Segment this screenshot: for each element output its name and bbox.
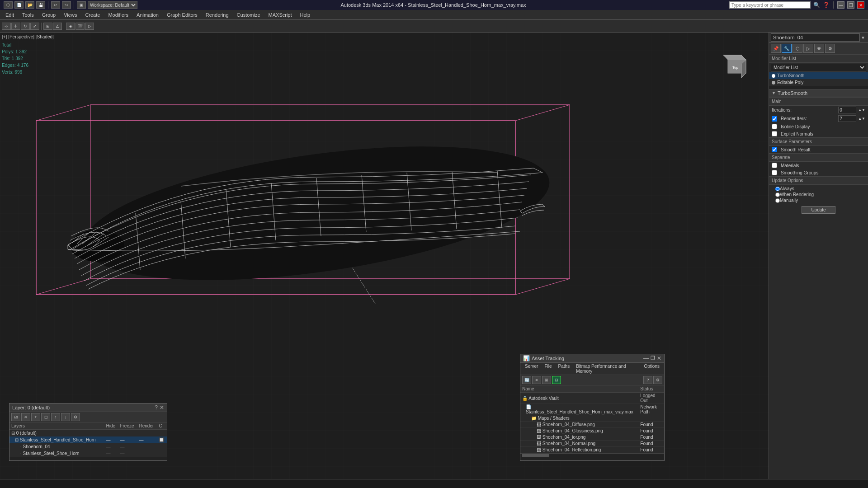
modifier-list-dropdown[interactable]: Modifier List xyxy=(771,64,866,71)
table-row[interactable]: ⊟ 0 (default) xyxy=(9,430,167,437)
close-button[interactable]: ✕ xyxy=(857,1,864,9)
menu-customize[interactable]: Customize xyxy=(233,11,264,19)
menu-edit[interactable]: Edit xyxy=(2,11,18,19)
restore-button[interactable]: ❐ xyxy=(847,1,854,9)
layers-new-button[interactable]: 🗂 xyxy=(11,413,20,421)
layers-close-button[interactable]: ✕ xyxy=(160,404,164,411)
asset-menu-bitmap[interactable]: Bitmap Performance and Memory xyxy=(573,363,640,374)
iterations-input[interactable] xyxy=(838,107,856,113)
modifier-entry-editable-poly[interactable]: Editable Poly xyxy=(769,79,868,86)
snap-icon[interactable]: ⊞ xyxy=(43,23,52,30)
asset-menu-server[interactable]: Server xyxy=(522,363,541,374)
motion-panel-btn[interactable]: ▷ xyxy=(803,44,813,53)
manually-radio-row[interactable]: Manually xyxy=(775,197,862,203)
menu-maxscript[interactable]: MAXScript xyxy=(265,11,296,19)
table-row[interactable]: 🖼 Shoehorn_04_Glossiness.png Found xyxy=(520,428,664,434)
render-iters-checkbox[interactable] xyxy=(772,116,777,122)
table-row[interactable]: · Stainless_Steel_Shoe_Horn — — xyxy=(9,450,167,457)
asset-restore-button[interactable]: ❐ xyxy=(651,355,655,361)
utilities-panel-btn[interactable]: ⚙ xyxy=(825,44,835,53)
scale-icon[interactable]: ⤢ xyxy=(30,23,39,30)
new-button[interactable]: 📄 xyxy=(14,1,24,9)
table-row[interactable]: · Shoehorn_04 — — xyxy=(9,443,167,450)
redo-button[interactable]: ↪ xyxy=(62,1,71,9)
isoline-checkbox[interactable] xyxy=(772,124,777,129)
display-panel-btn[interactable]: 👁 xyxy=(814,44,824,53)
search-icon[interactable]: 🔍 xyxy=(813,2,820,8)
undo-button[interactable]: ↩ xyxy=(51,1,60,9)
table-row[interactable]: 🔒 Autodesk Vault Logged Out xyxy=(520,393,664,404)
orientation-cube[interactable]: Top xyxy=(721,51,750,81)
menu-views[interactable]: Views xyxy=(60,11,80,19)
manually-radio[interactable] xyxy=(775,198,780,203)
angle-snap-icon[interactable]: ∠ xyxy=(53,23,62,30)
rotate-icon[interactable]: ↻ xyxy=(21,23,30,30)
workspace-dropdown[interactable]: Workspace: Default xyxy=(88,1,137,9)
menu-help[interactable]: Help xyxy=(297,11,314,19)
object-name-input[interactable] xyxy=(771,33,860,42)
asset-close-button[interactable]: ✕ xyxy=(657,355,661,361)
pin-panel-btn[interactable]: 📌 xyxy=(771,44,781,53)
when-rendering-radio[interactable] xyxy=(775,192,780,197)
layers-select-button[interactable]: ◻ xyxy=(41,413,50,421)
layers-add-button[interactable]: + xyxy=(31,413,40,421)
menu-graph-editors[interactable]: Graph Editors xyxy=(163,11,201,19)
layers-down-button[interactable]: ↓ xyxy=(61,413,70,421)
scrollbar-thumb[interactable] xyxy=(522,454,549,457)
help-icon[interactable]: ❓ xyxy=(823,2,830,8)
asset-settings-button[interactable]: ⚙ xyxy=(653,376,662,384)
update-button[interactable]: Update xyxy=(802,206,835,214)
asset-scrollbar-h[interactable] xyxy=(520,453,664,457)
table-row[interactable]: 🖼 Shoehorn_04_Normal.png Found xyxy=(520,441,664,447)
save-button[interactable]: 💾 xyxy=(36,1,45,9)
hierarchy-panel-btn[interactable]: ⬡ xyxy=(793,44,802,53)
table-row[interactable]: 🖼 Shoehorn_04_Diffuse.png Found xyxy=(520,422,664,428)
asset-menu-paths[interactable]: Paths xyxy=(556,363,573,374)
material-editor-icon[interactable]: ◈ xyxy=(66,23,75,30)
modifier-entry-turbosmooth[interactable]: TurboSmooth xyxy=(769,72,868,79)
open-button[interactable]: 📂 xyxy=(25,1,34,9)
menu-animation[interactable]: Animation xyxy=(133,11,162,19)
layers-minimize-button[interactable]: ? xyxy=(155,404,158,411)
modifier-panel-btn[interactable]: 🔧 xyxy=(782,44,792,53)
asset-help-button[interactable]: ? xyxy=(643,376,652,384)
move-icon[interactable]: ✛ xyxy=(11,23,20,30)
asset-grid-button[interactable]: ⊞ xyxy=(542,376,551,384)
render-setup-icon[interactable]: 🎬 xyxy=(75,23,85,30)
menu-create[interactable]: Create xyxy=(81,11,104,19)
asset-menu-file[interactable]: File xyxy=(542,363,554,374)
asset-refresh-button[interactable]: 🔄 xyxy=(522,376,531,384)
asset-list-button[interactable]: ≡ xyxy=(532,376,541,384)
layers-delete-button[interactable]: ✕ xyxy=(21,413,30,421)
asset-menu-options[interactable]: Options xyxy=(642,363,662,374)
asset-scrollbar-v[interactable] xyxy=(520,457,664,460)
layers-up-button[interactable]: ↑ xyxy=(51,413,60,421)
app-icon[interactable]: ⬡ xyxy=(4,1,13,9)
menu-modifiers[interactable]: Modifiers xyxy=(104,11,132,19)
materials-checkbox[interactable] xyxy=(772,163,777,168)
smoothing-groups-checkbox[interactable] xyxy=(772,170,777,175)
asset-table-button[interactable]: ⊟ xyxy=(552,376,561,384)
menu-rendering[interactable]: Rendering xyxy=(202,11,232,19)
object-name-dropdown[interactable]: ▼ xyxy=(860,35,866,40)
minimize-button[interactable]: — xyxy=(837,1,844,9)
search-input[interactable] xyxy=(729,1,811,9)
render-icon-2[interactable]: ▷ xyxy=(85,23,94,30)
always-radio-row[interactable]: Always xyxy=(775,186,862,192)
viewport[interactable]: [+] [Perspective] [Shaded] Total Polys: … xyxy=(0,33,769,488)
table-row[interactable]: ⊟ Stainless_Steel_Handled_Shoe_Horn — — … xyxy=(9,436,167,443)
always-radio[interactable] xyxy=(775,187,780,191)
asset-minimize-button[interactable]: — xyxy=(643,355,649,361)
render-icon[interactable]: ▣ xyxy=(77,1,86,9)
menu-group[interactable]: Group xyxy=(38,11,60,19)
render-iters-spinner[interactable]: ▲▼ xyxy=(858,117,865,121)
table-row[interactable]: 🖼 Shoehorn_04_ior.png Found xyxy=(520,434,664,441)
select-icon[interactable]: ⊹ xyxy=(2,23,11,30)
layers-settings-button[interactable]: ⚙ xyxy=(71,413,80,421)
when-rendering-radio-row[interactable]: When Rendering xyxy=(775,192,862,197)
menu-tools[interactable]: Tools xyxy=(19,11,38,19)
viewport-label[interactable]: [+] [Perspective] [Shaded] xyxy=(2,34,54,39)
iterations-spinner[interactable]: ▲▼ xyxy=(858,108,865,112)
table-row[interactable]: 🖼 Shoehorn_04_Reflection.png Found xyxy=(520,447,664,453)
layers-scrollbar[interactable] xyxy=(9,457,167,460)
